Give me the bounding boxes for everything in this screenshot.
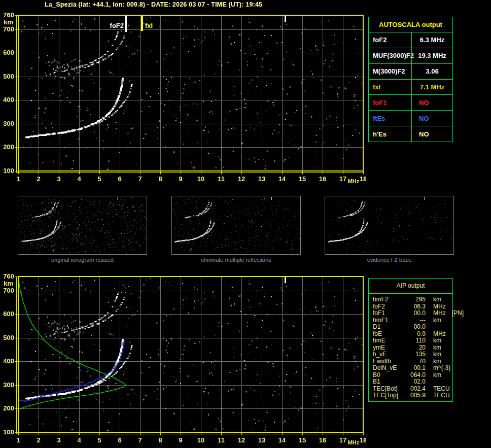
param-value: 6.3 MHz (411, 32, 452, 48)
thumbnail-evidence-f2-trace (325, 196, 454, 255)
aip-param-value: 70 (403, 358, 426, 365)
autoscala-row-fxI: fxI 7.1 MHz (369, 79, 452, 95)
autoscala-row-foF2: foF2 6.3 MHz (369, 32, 452, 48)
aip-param-value: 110 (403, 337, 426, 344)
aip-param-value: 0.9 (403, 331, 426, 338)
autoscala-row-muf3000f2: MUF(3000)F2 19.3 MHz (369, 48, 452, 63)
aip-table-body: hmF2295kmfoF206.3MHzfoF100.0MHz[PN]hmF1-… (369, 294, 452, 399)
aip-param-label: h_vE (373, 351, 403, 358)
param-label: foF2 (369, 36, 411, 44)
aip-param-value: 00.0 (403, 310, 426, 317)
aip-output-table: AIP output hmF2295kmfoF206.3MHzfoF100.0M… (368, 278, 453, 402)
aip-param-unit: km (426, 358, 452, 365)
thumbnail-original-ionogram (18, 196, 147, 255)
aip-param-label: hmE (373, 337, 403, 344)
autoscala-output-table: AUTOSCALA output foF2 6.3 MHz MUF(3000)F… (368, 17, 453, 142)
thumbnail-caption-evidence: evidence F2 trace (325, 257, 454, 263)
ionogram-plot-top (0, 13, 366, 188)
aip-param-value: 02.0 (403, 378, 426, 386)
autoscala-table-title: AUTOSCALA output (369, 17, 452, 32)
aip-param-unit: MHz (426, 331, 452, 338)
aip-param-value: 06.3 (403, 303, 426, 311)
autoscala-row-m3000f2: M(3000)F2 3.06 (369, 63, 452, 79)
aip-param-unit (426, 324, 452, 331)
param-label: ftEs (369, 115, 411, 122)
autoscala-row-foF1: foF1 NO (369, 94, 452, 110)
param-value: 7.1 MHz (411, 80, 452, 95)
aip-table-title: AIP output (369, 279, 452, 294)
aip-param-unit: TECU (426, 386, 452, 393)
aip-row: B0064.0km (373, 372, 452, 379)
aip-row: B102.0 (373, 378, 452, 386)
aip-param-unit: km (426, 317, 452, 324)
aip-param-label: DelN_vE (373, 365, 403, 372)
aip-param-unit: m^(-3) (426, 365, 452, 372)
param-value: NO (411, 126, 452, 142)
aip-param-unit: km (426, 372, 452, 379)
aip-param-value: 295 (403, 296, 426, 303)
aip-param-label: hmF2 (373, 296, 403, 303)
aip-param-label: TEC[Bot] (373, 386, 403, 393)
aip-param-value: 00.0 (403, 324, 426, 331)
aip-param-label: foE (373, 331, 403, 338)
aip-param-unit: km (426, 296, 452, 303)
aip-param-value: --- (403, 317, 426, 324)
aip-row: h_vE135km (373, 351, 452, 358)
aip-row: ymE20km (373, 344, 452, 352)
aip-row: foE0.9MHz (373, 331, 452, 338)
ionogram-plot-bottom-with-profile (0, 274, 366, 448)
aip-param-value: 064.0 (403, 372, 426, 379)
autoscala-row-ftEs: ftEs NO (369, 110, 452, 126)
aip-param-value: 135 (403, 351, 426, 358)
param-value: 19.3 MHz (411, 48, 452, 63)
param-label: h'Es (369, 130, 411, 138)
thumbnail-eliminate-reflections (171, 196, 301, 255)
aip-param-label: Ewidth (373, 358, 403, 365)
aip-row: foF100.0MHz[PN] (373, 310, 452, 317)
aip-row: hmF1---km (373, 317, 452, 324)
param-label: M(3000)F2 (369, 67, 411, 75)
aip-row: Ewidth70km (373, 358, 452, 365)
aip-param-note: [PN] (452, 309, 464, 317)
aip-param-label: B1 (373, 378, 403, 386)
aip-row: DelN_vE00.1m^(-3) (373, 365, 452, 372)
param-label: MUF(3000)F2 (369, 52, 411, 59)
aip-param-unit: km (426, 351, 452, 358)
aip-param-unit: km (426, 344, 452, 352)
aip-param-label: TEC[Top] (373, 392, 403, 399)
aip-param-unit: MHz[PN] (426, 310, 464, 317)
param-label: foF1 (369, 99, 411, 107)
thumbnail-caption-eliminate: eliminate multiple reflections (171, 257, 301, 263)
aip-row: TEC[Bot]002.4TECU (373, 386, 452, 393)
aip-param-label: foF1 (373, 310, 403, 317)
param-value: NO (411, 111, 452, 126)
aip-row: hmF2295km (373, 296, 452, 303)
aip-param-label: ymE (373, 344, 403, 352)
aip-row: TEC[Top]005.9TECU (373, 392, 452, 399)
param-label: fxI (369, 83, 411, 91)
aip-param-unit: km (426, 337, 452, 344)
aip-param-unit (426, 378, 452, 386)
aip-param-label: B0 (373, 372, 403, 379)
param-value: NO (411, 95, 452, 110)
aip-param-label: hmF1 (373, 317, 403, 324)
aip-param-label: foF2 (373, 303, 403, 311)
autoscala-row-hEs: h'Es NO (369, 126, 452, 142)
aip-param-label: D1 (373, 324, 403, 331)
param-value: 3.06 (411, 64, 452, 79)
aip-param-value: 00.1 (403, 365, 426, 372)
aip-row: D100.0 (373, 324, 452, 331)
aip-param-value: 002.4 (403, 386, 426, 393)
aip-param-value: 20 (403, 344, 426, 352)
aip-row: hmE110km (373, 337, 452, 344)
aip-row: foF206.3MHz (373, 303, 452, 311)
autoscala-app-window: La_Spezia (lat: +44.1, lon: 009.8) - DAT… (0, 0, 491, 448)
thumbnail-caption-original: original ionogram resized (18, 257, 147, 263)
aip-param-value: 005.9 (403, 392, 426, 399)
aip-param-unit: MHz (426, 303, 452, 311)
aip-param-unit: TECU (426, 392, 452, 399)
station-date-time-title: La_Spezia (lat: +44.1, lon: 009.8) - DAT… (45, 1, 262, 8)
